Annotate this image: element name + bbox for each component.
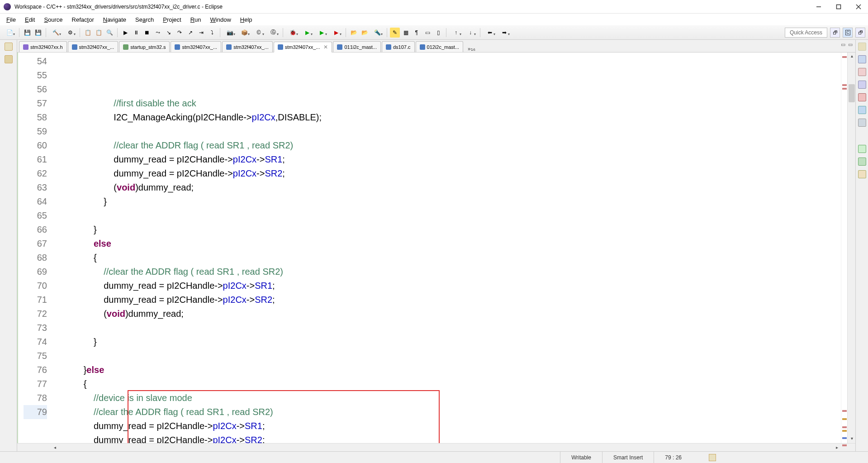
perspective-debug-button[interactable]: 🗗 xyxy=(855,28,865,38)
toggle-wrap-button[interactable]: ▭ xyxy=(422,28,432,38)
code-line[interactable] xyxy=(53,209,841,223)
code-area[interactable]: //first disable the ack I2C_ManageAcking… xyxy=(51,53,841,443)
menu-search[interactable]: Search xyxy=(131,14,158,25)
project-explorer-icon[interactable] xyxy=(5,55,13,63)
scroll-left-icon[interactable]: ◂ xyxy=(51,445,59,450)
code-line[interactable]: (void)dummy_read; xyxy=(53,181,841,195)
code-line[interactable]: { xyxy=(53,377,841,391)
debug-view-icon[interactable] xyxy=(858,145,866,153)
prev-annot-button[interactable]: ↑ xyxy=(449,28,463,38)
build-button[interactable]: 🔨 xyxy=(49,28,62,38)
menu-file[interactable]: File xyxy=(2,14,20,25)
suspend-button[interactable]: ⏸ xyxy=(131,28,141,38)
code-editor[interactable]: 5455565758596061626364656667686970717273… xyxy=(17,53,855,443)
code-line[interactable]: dummy_read = pI2CHandle->pI2Cx->SR2; xyxy=(53,293,841,307)
overview-mark[interactable] xyxy=(842,437,847,439)
minimize-editor-icon[interactable]: ▭ xyxy=(841,42,845,48)
code-line[interactable]: { xyxy=(53,251,841,265)
debug-button[interactable]: 🐞 xyxy=(286,28,299,38)
scroll-up-icon[interactable]: ▴ xyxy=(849,53,855,60)
scroll-down-icon[interactable]: ▾ xyxy=(849,436,855,442)
vertical-scrollbar[interactable]: ▴ ▾ xyxy=(847,53,855,443)
menu-source[interactable]: Source xyxy=(39,14,67,25)
code-line[interactable]: dummy_read = pI2CHandle->pI2Cx->SR2; xyxy=(53,433,841,443)
resume-button[interactable]: ▶ xyxy=(120,28,130,38)
editor-tab[interactable]: stm32f407xx.h xyxy=(19,41,67,52)
new-what-button[interactable]: Ⓖ xyxy=(266,28,280,38)
editor-tab[interactable]: startup_stm32.s xyxy=(119,41,170,52)
code-line[interactable] xyxy=(53,321,841,335)
scroll-right-icon[interactable]: ▸ xyxy=(833,445,841,450)
code-line[interactable]: //clear the ADDR flag ( read SR1 , read … xyxy=(53,265,841,279)
overview-ruler[interactable] xyxy=(841,53,847,443)
code-line[interactable] xyxy=(53,349,841,363)
open-task-button[interactable]: 📂 xyxy=(360,28,370,38)
folding-ruler[interactable] xyxy=(17,53,24,443)
restore-right-icon[interactable] xyxy=(858,43,866,51)
menu-edit[interactable]: Edit xyxy=(20,14,39,25)
menu-navigate[interactable]: Navigate xyxy=(99,14,131,25)
code-line[interactable]: I2C_ManageAcking(pI2CHandle->pI2Cx,DISAB… xyxy=(53,110,841,124)
restore-view-icon[interactable] xyxy=(5,43,13,51)
menu-window[interactable]: Window xyxy=(206,14,236,25)
overview-mark[interactable] xyxy=(842,56,847,58)
code-line[interactable]: dummy_read = pI2CHandle->pI2Cx->SR1; xyxy=(53,279,841,293)
line-number-ruler[interactable]: 5455565758596061626364656667686970717273… xyxy=(24,53,51,443)
perspective-open-button[interactable]: 🗗 xyxy=(830,28,840,38)
next-annot-button[interactable]: ↓ xyxy=(464,28,477,38)
editor-tab[interactable]: 011i2c_mast... xyxy=(333,41,381,52)
back-button[interactable]: ⬅ xyxy=(483,28,497,38)
code-line[interactable]: } xyxy=(53,195,841,209)
code-line[interactable]: //clear the ADDR flag ( read SR1 , read … xyxy=(53,405,841,419)
code-line[interactable]: //first disable the ack xyxy=(53,96,841,110)
step-over-button[interactable]: ↷ xyxy=(175,28,185,38)
outline-view-icon[interactable] xyxy=(858,55,866,63)
console-view-icon[interactable] xyxy=(858,106,866,114)
properties-view-icon[interactable] xyxy=(858,119,866,127)
tool-b[interactable]: 📋 xyxy=(94,28,104,38)
code-line[interactable]: //device is in slave mode xyxy=(53,391,841,405)
open-type-button[interactable]: 📂 xyxy=(349,28,359,38)
run-button[interactable]: ▶ xyxy=(300,28,314,38)
menu-run[interactable]: Run xyxy=(186,14,206,25)
menu-help[interactable]: Help xyxy=(236,14,257,25)
profile-button[interactable]: ▶ xyxy=(315,28,328,38)
tab-overflow-button[interactable]: »₁₆ xyxy=(466,46,477,52)
editor-tab[interactable]: stm32f407xx_...✕ xyxy=(274,42,332,53)
step-into-button[interactable]: ↘ xyxy=(164,28,174,38)
make-view-icon[interactable] xyxy=(858,81,866,89)
close-tab-icon[interactable]: ✕ xyxy=(323,44,328,50)
problems-view-icon[interactable] xyxy=(858,93,866,101)
overview-mark[interactable] xyxy=(842,88,847,90)
overview-mark[interactable] xyxy=(842,418,847,420)
overview-mark[interactable] xyxy=(842,84,847,86)
tool-a[interactable]: 📋 xyxy=(83,28,93,38)
toggle-mark-button[interactable]: ✎ xyxy=(390,28,400,38)
save-button[interactable]: 💾 xyxy=(22,28,32,38)
disconnect-button[interactable]: ⤳ xyxy=(153,28,163,38)
perspective-cpp-button[interactable]: 🄲 xyxy=(843,28,853,38)
quick-access-input[interactable]: Quick Access xyxy=(785,28,827,38)
step-return-button[interactable]: ↗ xyxy=(185,28,195,38)
code-line[interactable]: dummy_read = pI2CHandle->pI2Cx->SR2; xyxy=(53,167,841,181)
close-button[interactable] xyxy=(854,3,863,11)
maximize-editor-icon[interactable]: ▭ xyxy=(848,42,853,48)
code-line[interactable]: dummy_read = pI2CHandle->pI2Cx->SR1; xyxy=(53,153,841,167)
save-all-button[interactable]: 💾 xyxy=(33,28,43,38)
editor-tab[interactable]: stm32f407xx_... xyxy=(171,41,221,52)
build-config-button[interactable]: ⚙ xyxy=(63,28,77,38)
bookmarks-view-icon[interactable] xyxy=(858,170,866,178)
search-button[interactable]: 🔦 xyxy=(370,28,384,38)
scrollbar-thumb[interactable] xyxy=(849,84,855,102)
memory-view-icon[interactable] xyxy=(858,158,866,166)
forward-button[interactable]: ➡ xyxy=(498,28,511,38)
new-class-button[interactable]: © xyxy=(252,28,266,38)
toggle-sel-button[interactable]: ▯ xyxy=(433,28,443,38)
menu-project[interactable]: Project xyxy=(158,14,185,25)
ext-tools-button[interactable]: ▶ xyxy=(329,28,343,38)
code-line[interactable]: dummy_read = pI2CHandle->pI2Cx->SR1; xyxy=(53,419,841,433)
minimize-button[interactable] xyxy=(815,3,823,11)
editor-tab[interactable]: 012i2c_mast... xyxy=(416,41,464,52)
overview-mark[interactable] xyxy=(842,430,847,432)
editor-tab[interactable]: stm32f407xx_... xyxy=(68,41,119,52)
